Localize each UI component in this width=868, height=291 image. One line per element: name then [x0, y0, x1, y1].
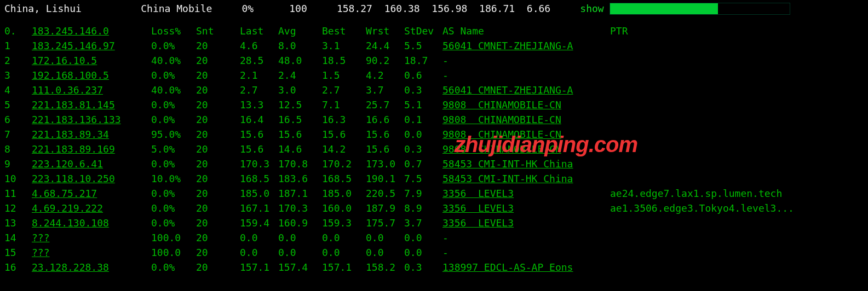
table-row: 15???100.0200.00.00.00.00.0- [4, 245, 864, 260]
show-button[interactable]: show [580, 1, 603, 16]
summary-header: China, Lishui China Mobile 0% 100 158.27… [0, 0, 868, 17]
header-avg: 160.38 [384, 1, 420, 16]
hop-stdev: 0.3 [404, 142, 442, 156]
table-row: 4111.0.36.23740.0%202.73.02.73.70.356041… [4, 83, 864, 97]
hop-as-name[interactable]: 9808 CHINAMOBILE-CN [442, 127, 610, 142]
hop-last: 157.1 [240, 260, 278, 275]
hop-avg: 170.3 [278, 201, 322, 216]
header-last: 158.27 [337, 1, 372, 16]
hop-loss: 0.0% [151, 112, 196, 127]
hop-loss: 10.0% [151, 171, 196, 186]
hop-best: 7.1 [322, 97, 366, 112]
hop-wrst: 220.5 [366, 186, 404, 201]
hop-loss: 0.0% [151, 216, 196, 230]
col-header-wrst: Wrst [366, 24, 404, 38]
hop-as-name[interactable]: 9808 CHINAMOBILE-CN [442, 142, 610, 156]
hop-ip[interactable]: 4.68.75.217 [32, 186, 151, 201]
table-row: 10223.118.10.25010.0%20168.5183.6168.519… [4, 171, 864, 186]
hop-ip[interactable]: 221.183.89.169 [32, 142, 151, 156]
table-row: 9223.120.6.410.0%20170.3170.8170.2173.00… [4, 156, 864, 171]
table-row: 8221.183.89.1695.0%2015.614.614.215.60.3… [4, 142, 864, 156]
header-snt: 100 [289, 1, 307, 16]
col-header-avg: Avg [278, 24, 322, 38]
col-header-ip[interactable]: 183.245.146.0 [32, 24, 151, 38]
hop-ip[interactable]: 183.245.146.97 [32, 38, 151, 53]
hop-as-name[interactable]: 9808 CHINAMOBILE-CN [442, 112, 610, 127]
hop-as-name: - [442, 53, 610, 68]
hop-stdev: 0.3 [404, 83, 442, 97]
hop-number: 3 [4, 68, 32, 83]
hop-best: 1.5 [322, 68, 366, 83]
hop-best: 185.0 [322, 186, 366, 201]
hop-snt: 20 [196, 68, 240, 83]
hop-ip[interactable]: 4.69.219.222 [32, 201, 151, 216]
hop-ip[interactable]: 172.16.10.5 [32, 53, 151, 68]
hop-avg: 16.5 [278, 112, 322, 127]
hop-snt: 20 [196, 156, 240, 171]
hop-as-name[interactable]: 58453 CMI-INT-HK China [442, 171, 610, 186]
hop-as-name[interactable]: 138997 EDCL-AS-AP Eons [442, 260, 610, 275]
hop-ip[interactable]: ??? [32, 230, 151, 245]
hop-avg: 0.0 [278, 245, 322, 260]
hop-ip[interactable]: 221.183.81.145 [32, 97, 151, 112]
hop-avg: 12.5 [278, 97, 322, 112]
hop-last: 170.3 [240, 156, 278, 171]
hop-stdev: 5.5 [404, 38, 442, 53]
hop-as-name[interactable]: 3356 LEVEL3 [442, 201, 610, 216]
hop-number: 5 [4, 97, 32, 112]
hop-stdev: 7.9 [404, 186, 442, 201]
hop-best: 2.7 [322, 83, 366, 97]
col-header-loss: Loss% [151, 24, 196, 38]
table-row: 3192.168.100.50.0%202.12.41.54.20.6- [4, 68, 864, 83]
hop-loss: 100.0 [151, 230, 196, 245]
table-row: 14???100.0200.00.00.00.00.0- [4, 230, 864, 245]
hop-avg: 157.4 [278, 260, 322, 275]
hop-ip[interactable]: 192.168.100.5 [32, 68, 151, 83]
hop-stdev: 0.7 [404, 156, 442, 171]
hop-ip[interactable]: 23.128.228.38 [32, 260, 151, 275]
hop-as-name[interactable]: 9808 CHINAMOBILE-CN [442, 97, 610, 112]
hop-stdev: 0.1 [404, 112, 442, 127]
hop-ip[interactable]: 221.183.89.34 [32, 127, 151, 142]
hop-as-name[interactable]: 3356 LEVEL3 [442, 186, 610, 201]
hop-as-name[interactable]: 58453 CMI-INT-HK China [442, 156, 610, 171]
hop-ptr [610, 230, 864, 245]
hop-avg: 14.6 [278, 142, 322, 156]
hop-loss: 5.0% [151, 142, 196, 156]
hop-last: 28.5 [240, 53, 278, 68]
hop-as-name[interactable]: 56041 CMNET-ZHEJIANG-A [442, 38, 610, 53]
hop-as-name: - [442, 230, 610, 245]
hop-as-name[interactable]: 56041 CMNET-ZHEJIANG-A [442, 83, 610, 97]
hop-ptr [610, 53, 864, 68]
hop-stdev: 0.0 [404, 230, 442, 245]
hop-wrst: 190.1 [366, 171, 404, 186]
hop-wrst: 15.6 [366, 142, 404, 156]
hop-number: 1 [4, 38, 32, 53]
hop-ip[interactable]: 221.183.136.133 [32, 112, 151, 127]
hop-loss: 0.0% [151, 260, 196, 275]
hop-loss: 0.0% [151, 38, 196, 53]
hop-ptr: ae1.3506.edge3.Tokyo4.level3... [610, 201, 864, 216]
hop-wrst: 24.4 [366, 38, 404, 53]
header-best: 156.98 [432, 1, 467, 16]
hop-last: 168.5 [240, 171, 278, 186]
hop-ptr [610, 156, 864, 171]
hop-best: 15.6 [322, 127, 366, 142]
hop-ptr [610, 68, 864, 83]
hop-wrst: 90.2 [366, 53, 404, 68]
hop-snt: 20 [196, 142, 240, 156]
hop-ip[interactable]: 223.120.6.41 [32, 156, 151, 171]
hop-ip[interactable]: 223.118.10.250 [32, 171, 151, 186]
col-header-hop: 0. [4, 24, 32, 38]
hop-number: 14 [4, 230, 32, 245]
hop-ip[interactable]: 8.244.130.108 [32, 216, 151, 230]
hop-as-name[interactable]: 3356 LEVEL3 [442, 216, 610, 230]
hop-avg: 0.0 [278, 230, 322, 245]
hop-stdev: 0.0 [404, 245, 442, 260]
hop-loss: 0.0% [151, 68, 196, 83]
hop-number: 12 [4, 201, 32, 216]
hop-ip[interactable]: ??? [32, 245, 151, 260]
hop-wrst: 0.0 [366, 245, 404, 260]
col-header-stdev: StDev [404, 24, 442, 38]
hop-ip[interactable]: 111.0.36.237 [32, 83, 151, 97]
